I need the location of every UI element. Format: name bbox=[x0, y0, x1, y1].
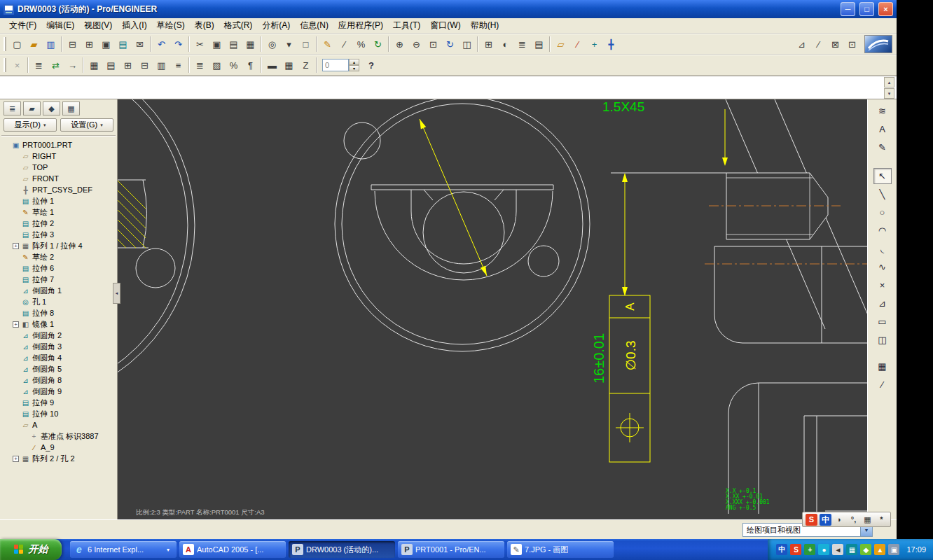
switch-dimensions-button[interactable]: Z bbox=[298, 57, 314, 73]
expand-icon[interactable] bbox=[21, 433, 27, 440]
spinner-up-button[interactable]: ▴ bbox=[349, 59, 359, 65]
tree-item[interactable]: ⊿ 倒圆角 4 bbox=[3, 352, 117, 363]
tree-item[interactable]: ◎ 孔 1 bbox=[3, 296, 117, 307]
expand-icon[interactable] bbox=[13, 187, 19, 193]
spinner-down-button[interactable]: ▾ bbox=[349, 65, 359, 71]
expand-icon[interactable] bbox=[13, 254, 19, 260]
menu-item[interactable]: 草绘(S) bbox=[152, 18, 190, 33]
search-button[interactable]: ◎ bbox=[264, 36, 280, 52]
toolbar-grip[interactable] bbox=[4, 58, 6, 72]
expand-icon[interactable] bbox=[13, 344, 19, 350]
tree-item[interactable]: ▤ 拉伸 10 bbox=[3, 408, 117, 419]
menu-item[interactable]: 工具(T) bbox=[388, 18, 425, 33]
undo-button[interactable]: ↶ bbox=[153, 36, 170, 52]
expand-icon[interactable] bbox=[13, 299, 19, 305]
menu-item[interactable]: 信息(N) bbox=[295, 18, 333, 33]
ime-language-icon[interactable]: 中 bbox=[820, 514, 831, 526]
settings-dropdown-button[interactable]: 设置(G) ▾ bbox=[60, 118, 113, 132]
tree-item[interactable]: ▤ 拉伸 2 bbox=[3, 218, 117, 229]
expand-icon[interactable] bbox=[13, 310, 19, 316]
fillet-tool[interactable]: ◟ bbox=[873, 241, 892, 257]
update-sheets-button[interactable]: ⇄ bbox=[48, 57, 64, 73]
menu-item[interactable]: 表(B) bbox=[190, 18, 219, 33]
expand-icon[interactable] bbox=[13, 176, 19, 182]
expand-icon[interactable] bbox=[13, 153, 19, 160]
print-button[interactable]: ⊟ bbox=[64, 36, 81, 52]
redo-button[interactable]: ↷ bbox=[170, 36, 186, 52]
tree-item[interactable]: ▱ TOP bbox=[3, 162, 117, 173]
maximize-button[interactable]: □ bbox=[859, 2, 874, 16]
merge-cells-button[interactable]: ▥ bbox=[153, 57, 170, 73]
hidden-line-toggle[interactable]: ⊿ bbox=[794, 36, 810, 52]
save-file-button[interactable]: ▥ bbox=[43, 36, 59, 52]
security-center-tray-icon[interactable]: ▲ bbox=[874, 544, 885, 555]
menu-item[interactable]: 文件(F) bbox=[4, 18, 41, 33]
note-edit-button[interactable]: ✎ bbox=[873, 139, 892, 155]
show-dropdown-button[interactable]: 显示(D) ▾ bbox=[4, 118, 57, 132]
tree-item[interactable]: ✎ 草绘 2 bbox=[3, 251, 117, 262]
menu-item[interactable]: 分析(A) bbox=[257, 18, 295, 33]
expand-icon[interactable]: + bbox=[13, 456, 19, 462]
taskbar-task[interactable]: P DRW0003 (活动的)... bbox=[289, 541, 395, 558]
ime-indicator-tray-icon[interactable]: 中 bbox=[776, 544, 787, 555]
network-tray-icon[interactable]: ▦ bbox=[846, 544, 857, 555]
view-manager-button[interactable]: ◫ bbox=[459, 36, 475, 52]
expand-icon[interactable]: + bbox=[13, 321, 19, 328]
item-list-button[interactable]: ≣ bbox=[31, 57, 47, 73]
expand-icon[interactable] bbox=[13, 276, 19, 283]
line-style-toggle[interactable]: ⊠ bbox=[827, 36, 843, 52]
divide-button[interactable]: % bbox=[353, 36, 369, 52]
goto-sheet-button[interactable]: → bbox=[64, 57, 81, 73]
expand-icon[interactable] bbox=[13, 411, 19, 417]
use-edge-tool[interactable]: ◫ bbox=[873, 332, 892, 348]
format-button[interactable]: ¶ bbox=[242, 57, 258, 73]
ime-tools-icon[interactable]: * bbox=[876, 514, 887, 526]
menu-item[interactable]: 视图(V) bbox=[79, 18, 117, 33]
view-layers-button[interactable]: ≋ bbox=[873, 103, 892, 119]
add-column-button[interactable]: ⊟ bbox=[137, 57, 153, 73]
repeat-region-button[interactable]: ▦ bbox=[281, 57, 297, 73]
tree-item[interactable]: + ▦ 阵列 2 / 孔 2 bbox=[3, 453, 117, 464]
toolbar-grip[interactable] bbox=[4, 37, 6, 51]
tree-item[interactable]: ╋ PRT_CSYS_DEF bbox=[3, 184, 117, 195]
soft-keyboard-icon[interactable]: ▦ bbox=[862, 514, 873, 526]
expand-icon[interactable] bbox=[13, 366, 19, 372]
taskbar-task[interactable]: e 6 Internet Expl... ▾ bbox=[70, 541, 177, 558]
paste-button[interactable]: ▤ bbox=[226, 36, 242, 52]
tree-item[interactable]: ▣ PRT0001.PRT bbox=[3, 139, 117, 150]
zoom-in-button[interactable]: ⊕ bbox=[392, 36, 408, 52]
zoom-out-button[interactable]: ⊖ bbox=[408, 36, 424, 52]
expand-icon[interactable] bbox=[13, 220, 19, 227]
expand-icon[interactable] bbox=[13, 209, 19, 216]
zoom-fit-button[interactable]: ⊡ bbox=[425, 36, 441, 52]
context-help-button[interactable]: ? bbox=[362, 57, 380, 73]
tree-item[interactable]: ▤ 拉伸 8 bbox=[3, 307, 117, 318]
expand-icon[interactable] bbox=[13, 265, 19, 272]
spinner-input[interactable] bbox=[322, 59, 349, 71]
expand-icon[interactable] bbox=[13, 400, 19, 406]
datum-plane-display-toggle[interactable]: ▱ bbox=[553, 36, 569, 52]
add-row-button[interactable]: ⊞ bbox=[120, 57, 136, 73]
menu-item[interactable]: 应用程序(P) bbox=[333, 18, 388, 33]
insert-table-button[interactable]: ▤ bbox=[103, 57, 119, 73]
close-button[interactable]: × bbox=[9, 57, 25, 73]
tangent-edge-toggle[interactable]: ∕ bbox=[810, 36, 827, 52]
expand-icon[interactable] bbox=[13, 288, 19, 294]
centerline-tool[interactable]: ∕ bbox=[873, 377, 892, 393]
offset-edge-tool[interactable]: ▭ bbox=[873, 314, 892, 330]
start-button[interactable]: 开始 bbox=[0, 539, 62, 560]
panel-collapse-handle[interactable]: ◂ bbox=[113, 283, 120, 304]
table-lock-button[interactable]: ▦ bbox=[86, 57, 102, 73]
expand-icon[interactable] bbox=[13, 232, 19, 238]
copy-drawing-button[interactable]: ▣ bbox=[98, 36, 114, 52]
model-tree-toggle-button[interactable]: ▤ bbox=[531, 36, 547, 52]
datum-point-display-toggle[interactable]: + bbox=[586, 36, 602, 52]
ime-halfwidth-icon[interactable]: ◗ bbox=[834, 514, 845, 526]
drawing-canvas[interactable]: 1.5X45 16±0.01 A ∅0.3 bbox=[118, 99, 867, 519]
open-file-button[interactable]: ▰ bbox=[26, 36, 42, 52]
tree-item[interactable]: ⊿ 倒圆角 5 bbox=[3, 363, 117, 374]
expand-icon[interactable] bbox=[13, 355, 19, 361]
antivirus-tray-icon[interactable]: + bbox=[804, 544, 815, 555]
minimize-button[interactable]: ─ bbox=[841, 2, 855, 16]
paste-special-button[interactable]: ▦ bbox=[242, 36, 258, 52]
